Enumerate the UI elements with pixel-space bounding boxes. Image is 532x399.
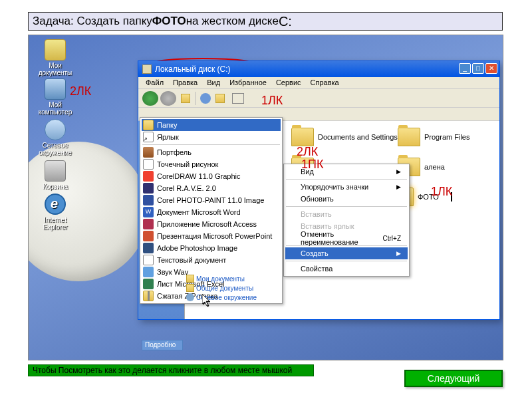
up-folder-icon[interactable] — [181, 94, 190, 103]
bitmap-icon — [143, 159, 154, 170]
menubar: Файл Правка Вид Избранное Сервис Справка — [138, 77, 499, 89]
briefcase-icon — [143, 147, 154, 158]
zip-icon — [143, 291, 154, 301]
ctx-undo[interactable]: Отменить переименованиеCtrl+Z — [285, 232, 408, 244]
menu-file[interactable]: Файл — [141, 77, 168, 88]
folder-program-files[interactable]: Program Files — [398, 128, 469, 146]
create-text[interactable]: Текстовый документ — [142, 254, 281, 266]
menu-help[interactable]: Справка — [306, 77, 344, 88]
computer-icon — [45, 78, 66, 100]
drive-icon — [142, 65, 152, 74]
folders-icon[interactable] — [215, 94, 225, 103]
link-network[interactable]: Сетевое окружение — [186, 293, 257, 302]
next-button[interactable]: Следующий — [404, 370, 503, 387]
desktop-icon-trash[interactable]: Корзина — [35, 160, 75, 190]
netenv-label: Сетевое окружение — [35, 142, 75, 156]
desktop-icon-network[interactable]: Сетевое окружение — [35, 119, 75, 156]
desktop-icon-ie[interactable]: Internet Explorer — [35, 194, 75, 231]
other-places-links: Мои документы Общие документы Сетевое ок… — [186, 274, 257, 302]
back-button[interactable] — [142, 91, 158, 106]
task-prefix: Задача: Создать папку — [33, 15, 152, 28]
create-powerpoint[interactable]: Презентация Microsoft PowerPoint — [142, 230, 281, 242]
folder-label: алена — [424, 163, 445, 171]
task-mid: на жестком диске — [186, 15, 279, 28]
folder-label: Program Files — [424, 133, 469, 141]
ie-label: Internet Explorer — [35, 216, 75, 231]
folder-label: Documents and Settings — [318, 133, 398, 141]
create-photoshop[interactable]: Adobe Photoshop Image — [142, 242, 281, 254]
folder-icon — [398, 128, 420, 146]
create-access[interactable]: Приложение Microsoft Access — [142, 218, 281, 230]
search-icon[interactable] — [200, 93, 211, 104]
annot-2lk-open: 2ЛК — [297, 145, 318, 159]
desktop-icon-mycomputer[interactable]: Мой компьютер — [35, 78, 75, 116]
word-icon: W — [143, 207, 154, 217]
annot-1pk-rightclick: 1ПК — [301, 158, 323, 172]
task-banner: Задача: Создать папку ФОТО на жестком ди… — [28, 12, 503, 31]
network-icon — [45, 119, 66, 140]
menu-service[interactable]: Сервис — [271, 77, 306, 88]
network-icon — [186, 293, 194, 301]
photopaint-icon — [143, 195, 154, 205]
shortcut-icon — [143, 132, 154, 142]
separator — [142, 144, 280, 145]
ctx-refresh[interactable]: Обновить — [285, 193, 408, 205]
ctx-properties[interactable]: Свойства — [285, 263, 408, 275]
folder-icon — [143, 120, 154, 130]
forward-button[interactable] — [160, 91, 176, 106]
create-folder[interactable]: Папку — [142, 119, 281, 131]
rave-icon — [143, 183, 154, 194]
toolbar — [138, 89, 499, 108]
desktop[interactable]: Мои документы Мой компьютер Сетевое окру… — [28, 35, 503, 360]
trash-label: Корзина — [35, 183, 75, 190]
mydocs-label: Мои документы — [35, 62, 75, 76]
link-shared[interactable]: Общие документы — [186, 283, 257, 293]
create-shortcut[interactable]: Ярлык — [142, 131, 281, 143]
folder-icon — [291, 128, 314, 146]
access-icon — [143, 219, 154, 229]
text-icon — [143, 255, 154, 265]
folder-docs-settings[interactable]: Documents and Settings — [291, 128, 398, 146]
create-coreldraw[interactable]: CorelDRAW 11.0 Graphic — [142, 170, 281, 182]
maximize-button[interactable]: □ — [472, 63, 484, 74]
mycomp-label: Мой компьютер — [35, 101, 75, 116]
link-mydocs[interactable]: Мои документы — [186, 274, 257, 283]
menu-edit[interactable]: Правка — [168, 77, 202, 88]
ie-icon — [45, 194, 66, 215]
ctx-paste: Вставить — [285, 208, 408, 220]
separator — [286, 179, 407, 180]
annot-2lk-desktop: 2ЛК — [70, 84, 91, 98]
instruction-bar: Чтобы Посмотреть как это делается кликни… — [28, 364, 314, 376]
context-menu: Вид▶ Упорядочить значки▶ Обновить Встави… — [283, 164, 410, 277]
separator — [286, 206, 407, 207]
task-drive: C: — [279, 14, 292, 29]
wav-icon — [143, 267, 154, 277]
window-title: Локальный диск (C:) — [155, 65, 231, 74]
create-word[interactable]: WДокумент Microsoft Word — [142, 206, 281, 218]
photoshop-icon — [143, 243, 154, 253]
coreldraw-icon — [143, 171, 154, 182]
ctx-arrange[interactable]: Упорядочить значки▶ — [285, 181, 408, 193]
create-rave[interactable]: Corel R.A.V.E. 2.0 — [142, 182, 281, 194]
create-briefcase[interactable]: Портфель — [142, 146, 281, 158]
powerpoint-icon — [143, 231, 154, 241]
views-icon[interactable] — [232, 93, 244, 104]
menu-fav[interactable]: Избранное — [225, 77, 271, 88]
cursor-pointer — [202, 294, 211, 307]
trash-icon — [45, 160, 66, 182]
create-bitmap[interactable]: Точечный рисунок — [142, 158, 281, 170]
desktop-icon-mydocs[interactable]: Мои документы — [35, 39, 75, 76]
titlebar[interactable]: Локальный диск (C:) _ □ ✕ — [138, 61, 499, 77]
separator — [286, 261, 407, 261]
menu-view[interactable]: Вид — [202, 77, 225, 88]
minimize-button[interactable]: _ — [459, 63, 471, 74]
folder-icon — [186, 284, 194, 292]
folder-icon — [186, 275, 194, 283]
annot-1lk-rename: 1ЛК — [431, 185, 452, 199]
separator — [195, 92, 196, 105]
details-panel-header[interactable]: Подробно — [142, 340, 183, 350]
documents-icon — [45, 39, 66, 61]
ctx-create[interactable]: Создать▶ — [285, 247, 408, 259]
close-button[interactable]: ✕ — [485, 63, 497, 74]
create-photopaint[interactable]: Corel PHOTO-PAINT 11.0 Image — [142, 194, 281, 206]
